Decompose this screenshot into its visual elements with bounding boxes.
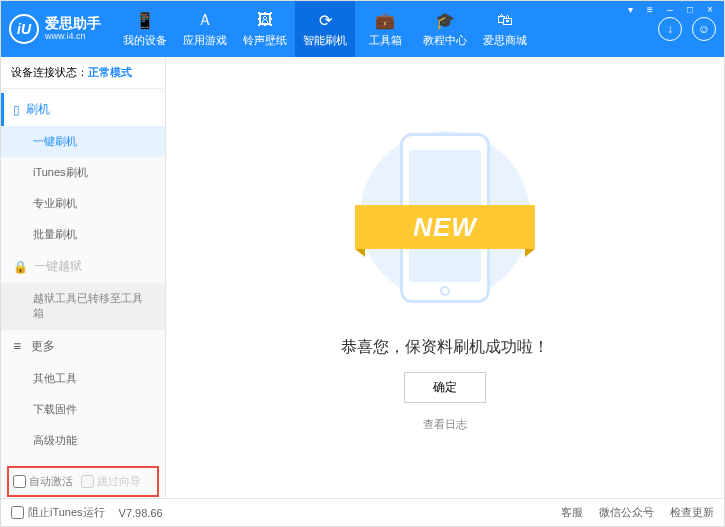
nav-tab-3[interactable]: ⟳智能刷机 (295, 1, 355, 57)
nav-icon: 💼 (375, 10, 395, 30)
sidebar-group-flash[interactable]: ▯ 刷机 (1, 93, 165, 126)
view-log-link[interactable]: 查看日志 (423, 417, 467, 432)
device-icon: ▯ (13, 103, 20, 117)
nav-tab-1[interactable]: Ａ应用游戏 (175, 1, 235, 57)
sidebar-item[interactable]: 批量刷机 (1, 219, 165, 250)
nav-icon: 🎓 (435, 10, 455, 30)
nav-tab-2[interactable]: 🖼铃声壁纸 (235, 1, 295, 57)
nav-icon: Ａ (197, 10, 213, 30)
footer-link[interactable]: 客服 (561, 505, 583, 520)
jailbreak-notice: 越狱工具已转移至工具箱 (1, 283, 165, 330)
new-badge: NEW (355, 205, 535, 249)
menu-icon[interactable]: ▾ (621, 2, 639, 16)
nav-icon: 📱 (135, 10, 155, 30)
logo-icon: iU (9, 14, 39, 44)
success-message: 恭喜您，保资料刷机成功啦！ (341, 337, 549, 358)
minimize-icon[interactable]: – (661, 2, 679, 16)
block-itunes-checkbox[interactable]: 阻止iTunes运行 (11, 505, 105, 520)
version-label: V7.98.66 (119, 507, 163, 519)
sidebar-item[interactable]: 其他工具 (1, 363, 165, 394)
auto-activate-checkbox[interactable]: 自动激活 (13, 474, 73, 489)
close-icon[interactable]: × (701, 2, 719, 16)
nav-icon: 🛍 (497, 10, 513, 30)
phone-illustration: NEW (365, 123, 525, 323)
more-icon (13, 338, 25, 354)
app-url: www.i4.cn (45, 32, 101, 42)
nav-tab-0[interactable]: 📱我的设备 (115, 1, 175, 57)
device-status: 设备连接状态：正常模式 (1, 57, 165, 89)
sidebar-item[interactable]: 专业刷机 (1, 188, 165, 219)
user-button[interactable]: ☺ (692, 17, 716, 41)
sidebar-item[interactable]: 下载固件 (1, 394, 165, 425)
nav-icon: ⟳ (319, 10, 332, 30)
app-name: 爱思助手 (45, 16, 101, 31)
nav-tab-4[interactable]: 💼工具箱 (355, 1, 415, 57)
sidebar-item[interactable]: 高级功能 (1, 425, 165, 456)
sidebar-item[interactable]: 一键刷机 (1, 126, 165, 157)
nav-tab-5[interactable]: 🎓教程中心 (415, 1, 475, 57)
download-button[interactable]: ↓ (658, 17, 682, 41)
confirm-button[interactable]: 确定 (404, 372, 486, 403)
app-logo: iU 爱思助手 www.i4.cn (9, 14, 101, 44)
options-highlight-box: 自动激活 跳过向导 (7, 466, 159, 497)
nav-icon: 🖼 (257, 10, 273, 30)
sidebar-group-more[interactable]: 更多 (1, 330, 165, 363)
sidebar-item[interactable]: iTunes刷机 (1, 157, 165, 188)
footer-link[interactable]: 检查更新 (670, 505, 714, 520)
footer-link[interactable]: 微信公众号 (599, 505, 654, 520)
settings-icon[interactable]: ≡ (641, 2, 659, 16)
skip-guide-checkbox[interactable]: 跳过向导 (81, 474, 141, 489)
lock-icon: 🔒 (13, 260, 28, 274)
sidebar-group-jailbreak[interactable]: 🔒 一键越狱 (1, 250, 165, 283)
nav-tab-6[interactable]: 🛍爱思商城 (475, 1, 535, 57)
maximize-icon[interactable]: □ (681, 2, 699, 16)
